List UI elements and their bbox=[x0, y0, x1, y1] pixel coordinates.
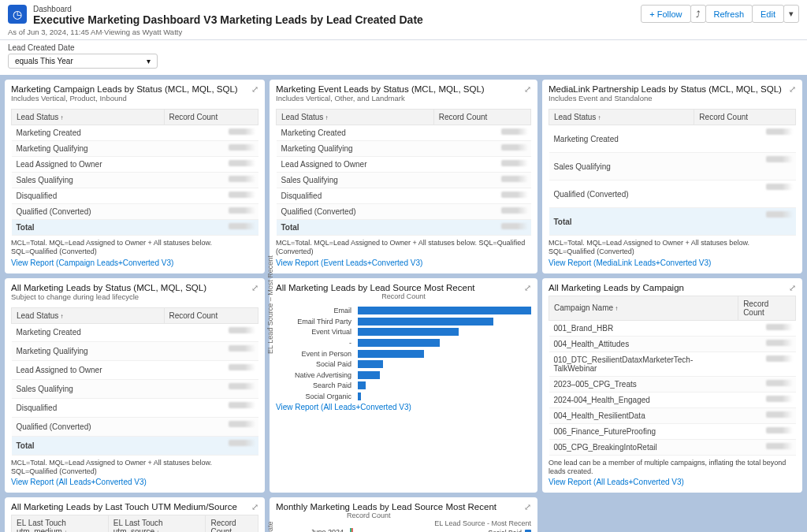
expand-icon[interactable]: ⤢ bbox=[524, 502, 531, 512]
follow-button[interactable]: + Follow bbox=[641, 5, 690, 23]
expand-icon[interactable]: ⤢ bbox=[524, 283, 531, 293]
table-row: Marketing Created bbox=[12, 323, 258, 342]
card-subtitle: Subject to change during lead lifecycle bbox=[11, 292, 258, 301]
bar-label: Social Organic bbox=[292, 392, 355, 400]
table-row: Marketing Qualifying bbox=[277, 141, 531, 157]
col-lead-status[interactable]: Lead Status bbox=[277, 110, 434, 125]
table-row: Qualified (Converted) bbox=[549, 180, 796, 208]
table-row: Lead Assigned to Owner bbox=[12, 157, 258, 173]
chevron-down-icon: ▾ bbox=[147, 57, 151, 65]
table-row: 005_CPG_BreakingIntoRetail bbox=[549, 439, 796, 455]
card-subtitle: Includes Vertical, Other, and Landmark bbox=[276, 94, 531, 102]
col-record-count[interactable]: Record Count bbox=[738, 296, 796, 320]
bar-row: Social Paid bbox=[292, 359, 531, 369]
col-record-count[interactable]: Record Count bbox=[206, 515, 258, 533]
expand-icon[interactable]: ⤢ bbox=[251, 502, 258, 512]
table-row: 010_DTC_ResilientDataxMarketerTech-TalkW… bbox=[549, 352, 796, 376]
filter-bar: Lead Created Date equals This Year ▾ bbox=[0, 40, 807, 75]
bar-chart: EL Lead Source – Most Recent EmailEmail … bbox=[276, 307, 531, 401]
empty-cell bbox=[542, 497, 802, 532]
table-total-row: Total bbox=[12, 220, 258, 236]
col-lead-status[interactable]: Lead Status bbox=[549, 110, 694, 125]
bar[interactable] bbox=[358, 307, 531, 314]
table-row: Disqualified bbox=[12, 398, 258, 417]
col-record-count[interactable]: Record Count bbox=[164, 110, 258, 125]
col-lead-status[interactable]: Lead Status bbox=[12, 110, 165, 125]
col-record-count[interactable]: Record Count bbox=[694, 110, 796, 125]
campaign-link[interactable]: 001_Brand_HBR bbox=[549, 320, 738, 336]
card-medialink-leads: ⤢ MediaLink Partnership Leads by Status … bbox=[542, 80, 802, 273]
bar[interactable] bbox=[358, 328, 459, 336]
expand-icon[interactable]: ⤢ bbox=[251, 84, 258, 95]
campaign-link[interactable]: 004_Health_ResilientData bbox=[549, 407, 738, 423]
share-button[interactable]: ⤴ bbox=[690, 5, 706, 23]
table-row: Disqualified bbox=[277, 188, 531, 204]
col-record-count[interactable]: Record Count bbox=[433, 110, 530, 125]
campaign-link[interactable]: 2024-004_Health_Engaged bbox=[549, 392, 738, 407]
col-campaign-name[interactable]: Campaign Name bbox=[549, 296, 738, 320]
stacked-bar[interactable] bbox=[350, 528, 492, 533]
view-report-link[interactable]: View Report (Campaign Leads+Converted V3… bbox=[11, 259, 258, 267]
expand-icon[interactable]: ⤢ bbox=[251, 283, 258, 293]
month-label: June 2024 bbox=[292, 528, 347, 532]
edit-caret-button[interactable]: ▾ bbox=[783, 5, 799, 23]
card-leads-by-source: ⤢ All Marketing Leads by Lead Source Mos… bbox=[270, 278, 537, 493]
card-title: MediaLink Partnership Leads by Status (M… bbox=[549, 84, 796, 94]
bar-row: Native Advertising bbox=[292, 370, 531, 380]
col-utm-medium[interactable]: EL Last Touch utm_medium bbox=[12, 515, 109, 533]
bar[interactable] bbox=[358, 381, 366, 389]
y-axis-label: Created Date bbox=[266, 521, 274, 532]
table-body: Marketing Created Marketing Qualifying L… bbox=[12, 125, 258, 236]
view-report-link[interactable]: View Report (All Leads+Converted V3) bbox=[11, 478, 258, 486]
filter-value: equals This Year bbox=[15, 57, 73, 65]
table-row: 2024-004_Health_Engaged bbox=[549, 392, 796, 407]
card-leads-by-campaign: ⤢ All Marketing Leads by Campaign Campai… bbox=[542, 278, 802, 493]
campaign-link[interactable]: 2023–005_CPG_Treats bbox=[549, 376, 738, 392]
bar[interactable] bbox=[358, 371, 380, 379]
status-table: Lead Status Record Count Marketing Creat… bbox=[11, 307, 258, 456]
bar[interactable] bbox=[358, 339, 440, 347]
view-report-link[interactable]: View Report (MediaLink Leads+Converted V… bbox=[549, 259, 796, 267]
header-actions: + Follow ⤴ Refresh Edit ▾ bbox=[642, 5, 799, 23]
col-lead-status[interactable]: Lead Status bbox=[12, 307, 165, 323]
col-record-count[interactable]: Record Count bbox=[164, 307, 258, 323]
view-report-link[interactable]: View Report (All Leads+Converted V3) bbox=[549, 478, 796, 486]
refresh-button[interactable]: Refresh bbox=[705, 5, 753, 23]
bar-row: Email Third Party bbox=[292, 317, 531, 326]
filter-lead-created-date[interactable]: equals This Year ▾ bbox=[8, 54, 158, 69]
status-table: Lead Status Record Count Marketing Creat… bbox=[276, 109, 531, 236]
campaign-link[interactable]: 010_DTC_ResilientDataxMarketerTech-TalkW… bbox=[549, 352, 738, 376]
y-axis-label: EL Lead Source – Most Recent bbox=[266, 255, 274, 354]
table-row: Sales Qualifying bbox=[549, 153, 796, 180]
card-subtitle: Includes Event and Standalone bbox=[549, 94, 796, 102]
dashboard-app-icon: ◷ bbox=[8, 5, 27, 24]
expand-icon[interactable]: ⤢ bbox=[789, 84, 796, 95]
view-report-link[interactable]: View Report (Event Leads+Converted V3) bbox=[276, 259, 531, 267]
campaign-link[interactable]: 005_CPG_BreakingIntoRetail bbox=[549, 439, 738, 455]
bar[interactable] bbox=[358, 392, 361, 400]
card-title: All Marketing Leads by Lead Source Most … bbox=[276, 283, 531, 292]
bar[interactable] bbox=[358, 350, 424, 358]
bar[interactable] bbox=[358, 318, 493, 326]
x-axis-label: Record Count bbox=[276, 512, 531, 519]
table-row: Qualified (Converted) bbox=[12, 204, 258, 220]
bar-label: - bbox=[292, 339, 355, 347]
view-report-link[interactable]: View Report (All Leads+Converted V3) bbox=[276, 403, 531, 411]
col-utm-source[interactable]: EL Last Touch utm_source bbox=[108, 515, 206, 533]
campaign-link[interactable]: 006_Finance_FutureProofing bbox=[549, 423, 738, 439]
table-row: Marketing Qualifying bbox=[12, 141, 258, 157]
status-table: Lead Status Record Count Marketing Creat… bbox=[549, 109, 796, 236]
card-footnote: MCL=Total. MQL=Lead Assigned to Owner + … bbox=[276, 239, 531, 257]
bar-label: Native Advertising bbox=[292, 371, 355, 379]
bar[interactable] bbox=[358, 360, 383, 368]
campaign-link[interactable]: 004_Health_Attitudes bbox=[549, 336, 738, 352]
bar-row: Event in Person bbox=[292, 349, 531, 359]
card-event-leads: ⤢ Marketing Event Leads by Status (MCL, … bbox=[270, 80, 537, 273]
card-title: Marketing Campaign Leads by Status (MCL,… bbox=[11, 84, 258, 94]
dashboard-grid: ⤢ Marketing Campaign Leads by Status (MC… bbox=[0, 75, 807, 532]
edit-button[interactable]: Edit bbox=[752, 5, 784, 23]
table-total-row: Total bbox=[12, 436, 258, 455]
bar-segment[interactable] bbox=[352, 528, 354, 533]
expand-icon[interactable]: ⤢ bbox=[524, 84, 531, 95]
expand-icon[interactable]: ⤢ bbox=[789, 283, 796, 293]
